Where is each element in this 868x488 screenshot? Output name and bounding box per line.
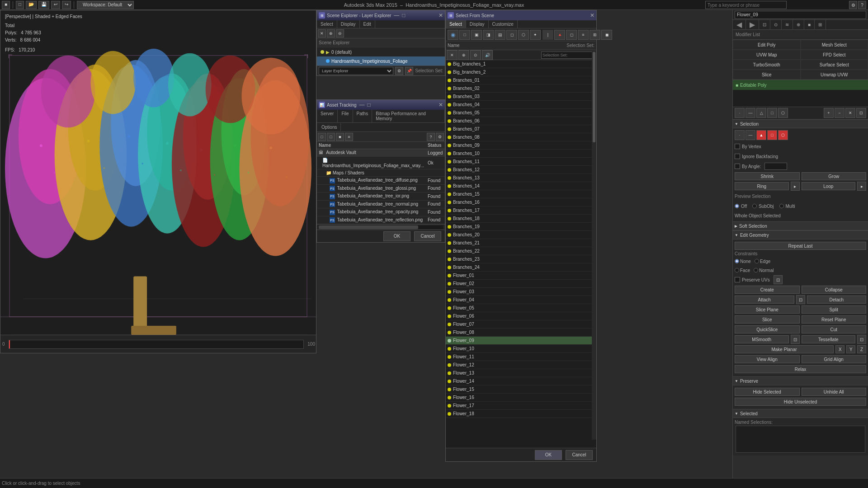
reset-plane-btn[interactable]: Reset Plane xyxy=(802,315,867,324)
item-branches-15[interactable]: Branches_15 xyxy=(446,190,596,198)
item-branches-01[interactable]: Branches_01 xyxy=(446,76,596,84)
at-row-glossi[interactable]: PS Tabebuia_Avellanedae_tree_glossi.png … xyxy=(317,184,445,192)
ss-btn-8[interactable]: ✦ xyxy=(530,30,541,40)
item-branches-02[interactable]: Branches_02 xyxy=(446,84,596,93)
unhide-all-btn[interactable]: Unhide All xyxy=(802,388,867,396)
item-flower-13[interactable]: Flower_13 xyxy=(446,369,596,377)
view-align-btn[interactable]: View Align xyxy=(735,355,800,363)
settings-btn[interactable]: ⚙ xyxy=(395,67,403,75)
app-logo[interactable]: ■ xyxy=(2,1,10,9)
vert-icon[interactable]: · xyxy=(735,130,745,140)
ss-btn-filter3[interactable]: ≡ xyxy=(578,30,589,40)
relax-btn[interactable]: Relax xyxy=(735,365,866,373)
ss-btn-filter1[interactable]: 🔺 xyxy=(554,30,565,40)
at-row-opacity[interactable]: PS Tabebuia_Avellanedae_tree_opacity.png… xyxy=(317,208,445,216)
at-ok-btn[interactable]: OK xyxy=(383,231,410,241)
msmooth-icon[interactable]: ⊡ xyxy=(791,335,800,344)
at-close-btn[interactable]: ✕ xyxy=(439,102,443,108)
item-branches-13[interactable]: Branches_13 xyxy=(446,174,596,182)
item-flower-02[interactable]: Flower_02 xyxy=(446,280,596,288)
item-branches-08[interactable]: Branches_08 xyxy=(446,133,596,141)
item-branches-10[interactable]: Branches_10 xyxy=(446,150,596,158)
subobj-icon-4[interactable]: □ xyxy=(767,108,777,118)
item-branches-06[interactable]: Branches_06 xyxy=(446,117,596,125)
at-btn-4[interactable]: ≡ xyxy=(345,133,353,141)
at-row-normal[interactable]: PS Tabebuia_Avellanedae_tree_normal.png … xyxy=(317,200,445,208)
ss-btn-3[interactable]: ▣ xyxy=(471,30,482,40)
by-angle-checkbox[interactable] xyxy=(735,164,740,169)
at-btn-1[interactable]: □ xyxy=(318,133,326,141)
at-row-ior[interactable]: PS Tabebuia_Avellanedae_tree_ior.png Fou… xyxy=(317,192,445,201)
at-row-diffuse[interactable]: PS Tabebuia_Avellanedae_tree_diffuse.png… xyxy=(317,177,445,185)
make-planar-btn[interactable]: Make Planar xyxy=(735,345,834,353)
at-tab-options[interactable]: Options xyxy=(318,123,341,131)
ss-btn-1[interactable]: ◉ xyxy=(448,30,458,40)
ss-btn-filter4[interactable]: ⊞ xyxy=(590,30,600,40)
at-row-file[interactable]: 📄 Handroanthus_Impetiginosus_Foliage_max… xyxy=(317,157,445,169)
at-cancel-btn[interactable]: Cancel xyxy=(414,231,441,241)
item-flower-18[interactable]: Flower_18 xyxy=(446,410,596,418)
preserve-uvs-checkbox[interactable] xyxy=(735,277,740,282)
selected-object-input[interactable] xyxy=(735,11,866,19)
item-branches-16[interactable]: Branches_16 xyxy=(446,198,596,206)
elem-icon[interactable]: ⬡ xyxy=(778,130,788,140)
section-preserve-header[interactable]: ▼ Preserve xyxy=(733,376,868,385)
clear-filter-btn[interactable]: ✕ xyxy=(318,29,326,38)
prev-off-radio[interactable] xyxy=(735,204,739,208)
at-btn-3[interactable]: ■ xyxy=(336,133,344,141)
subobj-icon-8[interactable]: ✕ xyxy=(845,108,855,118)
section-selected-header[interactable]: ▼ Selected xyxy=(733,409,868,418)
mod-tab-6[interactable]: ⊕ xyxy=(793,20,804,29)
at-hscrollbar[interactable] xyxy=(317,224,445,230)
loop-btn[interactable]: Loop xyxy=(802,182,856,190)
stack-editable-poly[interactable]: ■ Editable Poly xyxy=(733,80,868,90)
item-flower-09[interactable]: Flower_09 xyxy=(446,337,596,345)
at-btn-2[interactable]: □ xyxy=(327,133,335,141)
open-btn[interactable]: 📂 xyxy=(26,1,37,9)
maximize-btn[interactable]: □ xyxy=(402,12,405,19)
item-flower-12[interactable]: Flower_12 xyxy=(446,361,596,369)
mod-tab-1[interactable]: ◀ xyxy=(733,20,746,29)
mod-tab-4[interactable]: ⊙ xyxy=(770,20,782,29)
section-soft-selection-header[interactable]: ▶ Soft Selection xyxy=(733,221,868,230)
item-branches-07[interactable]: Branches_07 xyxy=(446,125,596,133)
ignore-backfacing-checkbox[interactable] xyxy=(735,154,740,159)
split-btn[interactable]: Split xyxy=(802,305,867,314)
mod-tab-3[interactable]: ⊡ xyxy=(759,20,770,29)
at-tab-paths[interactable]: Paths xyxy=(353,110,373,122)
redo-btn[interactable]: ↪ xyxy=(62,1,71,9)
ss-btn-t2[interactable]: ⊕ xyxy=(458,50,469,60)
constraint-none-radio[interactable] xyxy=(735,259,739,263)
ss-btn-t4[interactable]: 🔊 xyxy=(482,50,493,60)
item-branches-24[interactable]: Branches_24 xyxy=(446,263,596,272)
item-flower-01[interactable]: Flower_01 xyxy=(446,272,596,280)
at-tab-file[interactable]: File xyxy=(338,110,353,122)
item-branches-23[interactable]: Branches_23 xyxy=(446,255,596,263)
grid-align-btn[interactable]: Grid Align xyxy=(802,355,867,363)
item-flower-17[interactable]: Flower_17 xyxy=(446,402,596,410)
slice-plane-btn[interactable]: Slice Plane xyxy=(735,305,800,314)
quickslice-btn[interactable]: QuickSlice xyxy=(735,325,800,333)
mod-turbosmooth[interactable]: TurboSmooth xyxy=(733,60,801,70)
by-angle-input[interactable]: 45.0 xyxy=(764,163,787,170)
attach-btn[interactable]: Attach xyxy=(735,296,794,304)
item-flower-03[interactable]: Flower_03 xyxy=(446,288,596,296)
mod-uvw-map[interactable]: UVW Map xyxy=(733,50,801,60)
item-flower-06[interactable]: Flower_06 xyxy=(446,312,596,320)
item-branches-11[interactable]: Branches_11 xyxy=(446,158,596,166)
new-btn[interactable]: □ xyxy=(16,1,24,9)
prev-subobj-radio[interactable] xyxy=(752,204,757,208)
at-tab-server[interactable]: Server xyxy=(317,110,338,122)
search-input[interactable] xyxy=(705,1,787,9)
item-flower-08[interactable]: Flower_08 xyxy=(446,328,596,337)
mod-fpd-select[interactable]: FPD Select xyxy=(801,50,868,60)
explorer-type-selector[interactable]: Layer Explorer xyxy=(319,67,393,75)
layer-default[interactable]: ▶ 0 (default) xyxy=(317,47,445,56)
at-btn-help[interactable]: ? xyxy=(427,133,435,141)
cut-btn[interactable]: Cut xyxy=(802,325,867,333)
mod-mesh-select[interactable]: Mesh Select xyxy=(801,40,868,50)
workspace-selector[interactable]: Workspace: Default xyxy=(77,1,134,9)
mod-unwrap-uvw[interactable]: Unwrap UVW xyxy=(801,70,868,80)
timeline-track[interactable] xyxy=(9,340,304,349)
item-branches-21[interactable]: Branches_21 xyxy=(446,239,596,247)
